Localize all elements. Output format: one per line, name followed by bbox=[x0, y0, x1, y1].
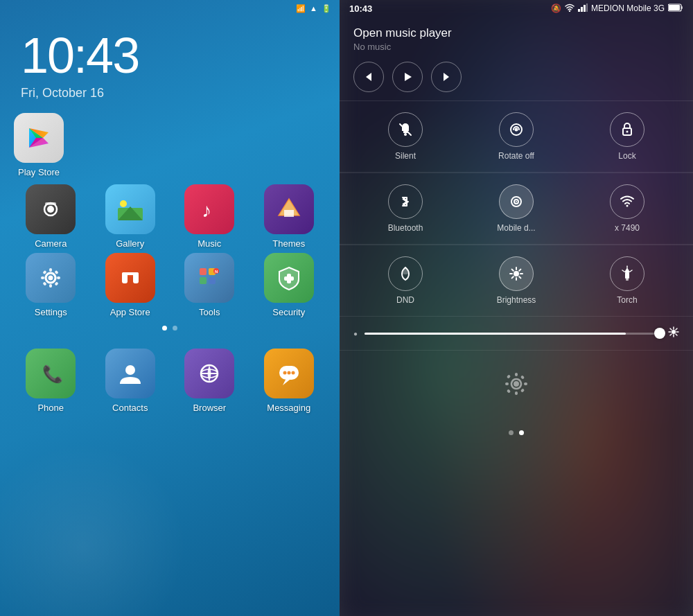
app-contacts[interactable]: Contacts bbox=[94, 349, 168, 413]
alarm-off-icon: 🔕 bbox=[551, 3, 561, 13]
svg-rect-47 bbox=[669, 5, 680, 10]
svg-line-86 bbox=[676, 334, 677, 335]
battery-icon-left: 🔋 bbox=[322, 4, 331, 13]
app-themes[interactable]: Themes bbox=[252, 184, 326, 249]
status-bar-left: 📶 ▲ 🔋 bbox=[0, 0, 340, 17]
toggle-dnd[interactable]: DND bbox=[353, 256, 457, 305]
svg-point-53 bbox=[404, 133, 407, 136]
svg-point-1 bbox=[47, 206, 54, 213]
toggle-mobile-data[interactable]: Mobile d... bbox=[464, 184, 568, 233]
toggle-wifi-name[interactable]: x 7490 bbox=[575, 184, 679, 233]
wifi-name-icon bbox=[610, 184, 644, 219]
apps-row3: Settings App Store bbox=[0, 249, 340, 317]
toggle-silent[interactable]: Silent bbox=[353, 112, 457, 161]
quick-toggles-row1: Silent Rotate off bbox=[340, 101, 693, 173]
wifi-name-label: x 7490 bbox=[615, 223, 640, 233]
svg-rect-90 bbox=[515, 373, 518, 376]
app-security[interactable]: Security bbox=[252, 253, 326, 317]
svg-marker-74 bbox=[624, 267, 630, 272]
brightness-label: Brightness bbox=[497, 295, 536, 305]
lock-label: Lock bbox=[618, 151, 635, 161]
svg-marker-50 bbox=[405, 73, 412, 81]
right-phone-screen: 10:43 🔕 bbox=[340, 0, 693, 616]
rotate-off-icon bbox=[499, 112, 534, 147]
svg-line-78 bbox=[630, 270, 632, 272]
settings-gear-icon[interactable] bbox=[502, 370, 530, 404]
browser-icon bbox=[184, 349, 234, 398]
right-dot-1 bbox=[509, 430, 514, 435]
silent-label: Silent bbox=[395, 151, 416, 161]
next-button[interactable] bbox=[431, 62, 462, 92]
app-messaging[interactable]: Messaging bbox=[252, 349, 326, 413]
svg-line-88 bbox=[670, 334, 672, 335]
svg-rect-95 bbox=[520, 388, 525, 392]
svg-rect-13 bbox=[41, 276, 44, 279]
svg-rect-2 bbox=[45, 202, 56, 205]
security-icon bbox=[264, 253, 314, 303]
page-dots bbox=[0, 326, 340, 331]
svg-line-71 bbox=[519, 276, 520, 278]
svg-rect-94 bbox=[507, 374, 511, 378]
play-store-label: Play Store bbox=[18, 167, 60, 177]
svg-point-40 bbox=[291, 371, 295, 375]
dock-apps: 📞 Phone Contacts bbox=[0, 331, 340, 424]
clock-area: 10:43 Fri, October 16 bbox=[0, 17, 340, 106]
phone-icon: 📞 bbox=[26, 349, 76, 398]
wifi-icon-right bbox=[565, 3, 574, 13]
security-label: Security bbox=[272, 307, 305, 317]
status-time: 10:43 bbox=[349, 3, 372, 14]
app-music[interactable]: ♪ Music bbox=[173, 184, 247, 249]
app-browser[interactable]: Browser bbox=[173, 349, 247, 413]
battery-icon-right bbox=[668, 3, 683, 13]
settings-label: Settings bbox=[35, 307, 67, 317]
right-dot-2 bbox=[519, 430, 524, 435]
app-play-store[interactable]: Play Store bbox=[14, 113, 64, 177]
svg-rect-22 bbox=[128, 275, 133, 276]
toggle-torch[interactable]: Torch bbox=[575, 256, 679, 305]
svg-point-56 bbox=[515, 128, 518, 132]
brightness-section: ● bbox=[340, 317, 693, 351]
appstore-label: App Store bbox=[110, 307, 150, 317]
svg-rect-25 bbox=[200, 277, 207, 284]
torch-icon bbox=[610, 256, 644, 291]
toggle-brightness[interactable]: Brightness bbox=[464, 256, 568, 305]
svg-line-73 bbox=[512, 276, 514, 278]
svg-point-80 bbox=[672, 330, 676, 334]
camera-icon bbox=[26, 184, 76, 234]
clock-date: Fri, October 16 bbox=[21, 86, 319, 100]
toggle-rotate-off[interactable]: Rotate off bbox=[464, 112, 568, 161]
svg-line-70 bbox=[512, 270, 514, 271]
svg-point-89 bbox=[514, 381, 519, 387]
app-appstore[interactable]: App Store bbox=[94, 253, 168, 317]
svg-point-38 bbox=[283, 371, 286, 375]
quick-toggles-row2: Bluetooth Mobile d... bbox=[340, 173, 693, 245]
svg-rect-16 bbox=[55, 281, 59, 285]
music-player-section: Open music player No music bbox=[340, 17, 693, 101]
app-phone[interactable]: 📞 Phone bbox=[14, 349, 88, 413]
status-icons-right: 🔕 MEDIO bbox=[551, 3, 683, 13]
brightness-track[interactable] bbox=[365, 333, 661, 335]
svg-rect-17 bbox=[43, 281, 47, 285]
themes-icon bbox=[264, 184, 314, 234]
camera-label: Camera bbox=[35, 238, 67, 249]
app-camera[interactable]: Camera bbox=[14, 184, 88, 249]
apps-row2: Camera Gallery ♪ Music bbox=[0, 177, 340, 249]
dot-1 bbox=[162, 326, 167, 331]
lock-icon bbox=[610, 112, 644, 147]
app-settings[interactable]: Settings bbox=[14, 253, 88, 317]
appstore-icon bbox=[105, 253, 155, 303]
music-player-title: Open music player bbox=[353, 26, 679, 40]
svg-point-65 bbox=[514, 271, 519, 276]
prev-button[interactable] bbox=[353, 62, 384, 92]
right-panel-content: 10:43 🔕 bbox=[340, 0, 693, 442]
svg-rect-43 bbox=[581, 7, 583, 12]
app-gallery[interactable]: Gallery bbox=[94, 184, 168, 249]
toggle-lock[interactable]: Lock bbox=[575, 112, 679, 161]
play-button[interactable] bbox=[392, 62, 423, 92]
app-tools[interactable]: N Tools bbox=[173, 253, 247, 317]
toggle-bluetooth[interactable]: Bluetooth bbox=[353, 184, 457, 233]
wifi-icon-left: ▲ bbox=[310, 4, 317, 12]
settings-gear-section bbox=[340, 351, 693, 423]
brightness-knob[interactable] bbox=[654, 328, 665, 339]
svg-rect-9 bbox=[284, 210, 294, 217]
